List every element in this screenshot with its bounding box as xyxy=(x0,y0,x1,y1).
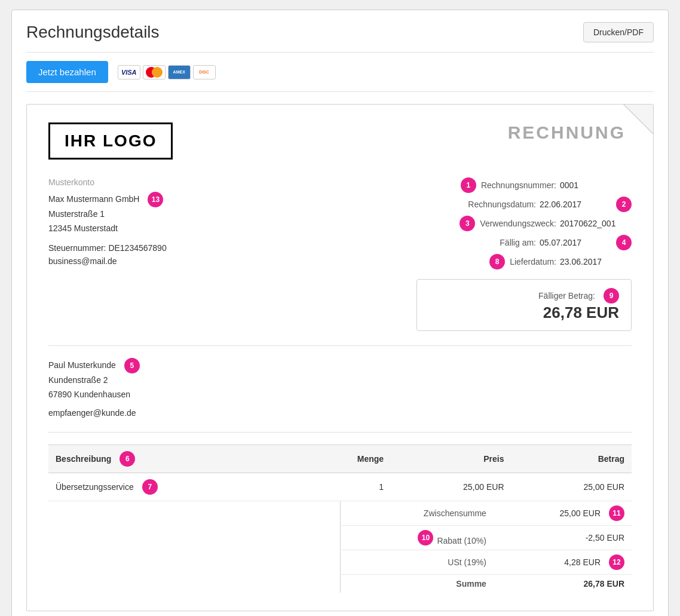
invoice-info-section: Musterkonto Max Mustermann GmbH 13 Muste… xyxy=(48,177,632,331)
summary-summe: Summe 26,78 EUR xyxy=(341,574,632,593)
col-beschreibung: Beschreibung 6 xyxy=(48,445,302,473)
invoice-area: IHR LOGO RECHNUNG Musterkonto Max Muster… xyxy=(26,104,654,611)
card-icons: VISA AMEX DISC xyxy=(118,65,216,79)
divider-1 xyxy=(48,345,632,346)
faellig-value: 05.07.2017 xyxy=(540,238,611,247)
visa-icon: VISA xyxy=(118,65,140,79)
item-menge: 1 xyxy=(302,473,391,501)
col-betrag: Betrag xyxy=(511,445,632,473)
tax-line: Steuernummer: DE1234567890 xyxy=(48,243,416,253)
recipient-address1: Kundenstraße 2 xyxy=(48,373,632,388)
recipient-name: Paul Musterkunde xyxy=(48,358,116,373)
summary-table: Zwischensumme 25,00 EUR 11 10 Rabatt (10… xyxy=(340,501,632,593)
badge-9: 9 xyxy=(604,288,619,304)
lieferdatum-label: Lieferdatum: xyxy=(510,257,556,266)
badge-1: 1 xyxy=(461,177,476,193)
print-button[interactable]: Drucken/PDF xyxy=(583,22,654,42)
outer-container: Rechnungsdetails Drucken/PDF Jetzt bezah… xyxy=(11,10,669,616)
tax-label: Steuernummer: xyxy=(48,243,106,253)
company-block: Max Mustermann GmbH 13 Musterstraße 1 12… xyxy=(48,192,416,236)
zwischensumme-value: 25,00 EUR 11 xyxy=(494,501,632,526)
badge-12: 12 xyxy=(609,554,624,570)
sender-info: Musterkonto Max Mustermann GmbH 13 Muste… xyxy=(48,177,416,331)
faelliger-amount: 26,78 EUR xyxy=(429,304,619,322)
summe-label: Summe xyxy=(341,574,494,593)
badge-2: 2 xyxy=(616,197,632,212)
recipient-address2: 67890 Kundenhausen xyxy=(48,388,632,402)
address-line2: 12345 Musterstadt xyxy=(48,222,416,236)
rechnungsnummer-row: 1 Rechnungsnummer: 0001 xyxy=(416,177,632,193)
table-row: Übersetzungsservice 7 1 25,00 EUR 25,00 … xyxy=(48,473,632,501)
badge-13: 13 xyxy=(148,192,163,207)
ust-value: 4,28 EUR 12 xyxy=(494,550,632,574)
badge-6: 6 xyxy=(120,451,135,467)
company-name: Max Mustermann GmbH xyxy=(48,192,139,207)
zwischensumme-label: Zwischensumme xyxy=(341,501,494,526)
fold-corner xyxy=(623,105,653,134)
rechnungsnummer-value: 0001 xyxy=(560,180,632,190)
verwendungszweck-row: 3 Verwendungszweck: 20170622_001 xyxy=(416,216,632,231)
rabatt-value: -2,50 EUR xyxy=(494,525,632,550)
top-header: Rechnungsdetails Drucken/PDF xyxy=(26,22,654,42)
rechnung-title: RECHNUNG xyxy=(508,122,632,143)
faelliger-box: Fälliger Betrag: 9 26,78 EUR xyxy=(416,279,632,331)
faellig-row: Fällig am: 05.07.2017 4 xyxy=(416,235,632,250)
rabatt-label: 10 Rabatt (10%) xyxy=(341,525,494,550)
rechnungsdatum-label: Rechnungsdatum: xyxy=(468,200,536,209)
badge-7: 7 xyxy=(142,479,158,495)
verwendungszweck-label: Verwendungszweck: xyxy=(480,219,556,228)
badge-3: 3 xyxy=(460,216,475,231)
summe-value: 26,78 EUR xyxy=(494,574,632,593)
ust-val: 4,28 EUR xyxy=(564,557,601,567)
amex-icon: AMEX xyxy=(168,65,191,79)
badge-4: 4 xyxy=(616,235,632,250)
page-title: Rechnungsdetails xyxy=(26,23,160,42)
col-preis: Preis xyxy=(391,445,511,473)
divider-2 xyxy=(48,432,632,433)
pay-button[interactable]: Jetzt bezahlen xyxy=(26,61,108,83)
invoice-meta: 1 Rechnungsnummer: 0001 Rechnungsdatum: … xyxy=(416,177,632,331)
invoice-table: Beschreibung 6 Menge Preis Betrag Überse… xyxy=(48,445,632,501)
payment-bar: Jetzt bezahlen VISA AMEX DISC xyxy=(26,52,654,92)
recipient-block: Paul Musterkunde 5 Kundenstraße 2 67890 … xyxy=(48,358,632,402)
item-description-text: Übersetzungsservice xyxy=(56,482,134,492)
discover-icon: DISC xyxy=(193,65,216,79)
address-line1: Musterstraße 1 xyxy=(48,207,416,222)
sender-email: business@mail.de xyxy=(48,256,416,266)
company-name-row: Max Mustermann GmbH 13 xyxy=(48,192,416,207)
zwischensumme-val: 25,00 EUR xyxy=(560,508,601,518)
account-name: Musterkonto xyxy=(48,177,416,187)
recipient-section: Paul Musterkunde 5 Kundenstraße 2 67890 … xyxy=(48,358,632,418)
faellig-label: Fällig am: xyxy=(500,238,536,247)
summary-zwischensumme: Zwischensumme 25,00 EUR 11 xyxy=(341,501,632,526)
col-menge: Menge xyxy=(302,445,391,473)
verwendungszweck-value: 20170622_001 xyxy=(560,219,632,228)
rechnungsdatum-row: Rechnungsdatum: 22.06.2017 2 xyxy=(416,197,632,212)
faelliger-label: Fälliger Betrag: xyxy=(538,291,595,301)
badge-5: 5 xyxy=(124,358,140,373)
badge-8: 8 xyxy=(489,254,505,269)
summary-section: Zwischensumme 25,00 EUR 11 10 Rabatt (10… xyxy=(48,501,632,593)
summary-ust: USt (19%) 4,28 EUR 12 xyxy=(341,550,632,574)
col-beschreibung-label: Beschreibung xyxy=(56,454,111,464)
item-betrag: 25,00 EUR xyxy=(511,473,632,501)
rechnungsnummer-label: Rechnungsnummer: xyxy=(481,180,556,190)
mastercard-icon xyxy=(143,65,166,79)
tax-number: DE1234567890 xyxy=(108,243,166,253)
ust-label: USt (19%) xyxy=(341,550,494,574)
item-preis: 25,00 EUR xyxy=(391,473,511,501)
invoice-top: IHR LOGO RECHNUNG xyxy=(48,122,632,160)
item-description: Übersetzungsservice 7 xyxy=(48,473,302,501)
lieferdatum-value: 23.06.2017 xyxy=(560,257,632,266)
summary-rabatt: 10 Rabatt (10%) -2,50 EUR xyxy=(341,525,632,550)
rechnungsdatum-value: 22.06.2017 xyxy=(540,200,611,209)
lieferdatum-row: 8 Lieferdatum: 23.06.2017 xyxy=(416,254,632,269)
badge-10: 10 xyxy=(418,530,433,545)
recipient-email: empfaenger@kunde.de xyxy=(48,408,632,418)
badge-11: 11 xyxy=(609,505,624,521)
logo-box: IHR LOGO xyxy=(48,122,173,160)
rabatt-label-text: Rabatt (10%) xyxy=(437,536,486,545)
